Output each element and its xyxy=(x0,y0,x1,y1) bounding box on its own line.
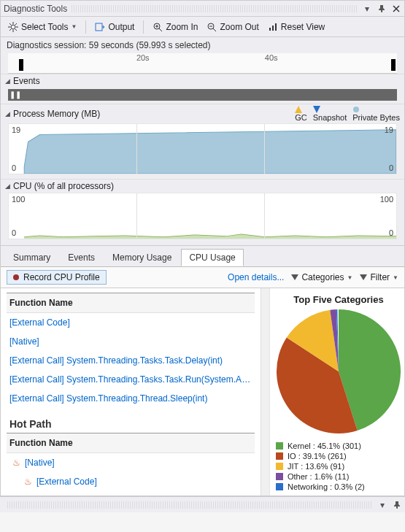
axis-label: 0 xyxy=(12,228,16,237)
zoom-in-icon xyxy=(153,22,163,32)
filter-dropdown[interactable]: Filter ▼ xyxy=(360,272,398,282)
legend-label: Kernel : 45.1% (301) xyxy=(288,442,361,450)
reset-view-icon xyxy=(268,22,278,32)
pie-chart xyxy=(277,309,401,433)
ruler-tick: 40s xyxy=(265,53,278,62)
filter-label: Filter xyxy=(370,272,390,282)
function-row[interactable]: [Native] xyxy=(7,332,255,351)
chevron-down-icon: ▼ xyxy=(71,23,77,30)
legend-row[interactable]: JIT : 13.6% (91) xyxy=(276,461,401,471)
record-label: Record CPU Profile xyxy=(23,272,100,282)
cpu-section-header[interactable]: ◢ CPU (% of all processors) xyxy=(1,179,404,193)
legend-row[interactable]: Kernel : 45.1% (301) xyxy=(276,441,401,451)
zoom-out-button[interactable]: Zoom Out xyxy=(204,20,261,34)
collapse-icon: ◢ xyxy=(5,110,10,117)
bottom-grip xyxy=(7,501,373,509)
memory-label: Process Memory (MB) xyxy=(13,109,100,119)
record-cpu-profile-button[interactable]: Record CPU Profile xyxy=(7,270,107,285)
record-icon xyxy=(13,274,19,280)
cpu-chart[interactable]: 100 0 100 0 xyxy=(8,193,397,239)
axis-label: 19 xyxy=(12,126,20,134)
output-label: Output xyxy=(108,22,134,32)
ruler-tick: 20s xyxy=(136,53,150,62)
hot-path-row[interactable]: ♨[External Code] xyxy=(7,472,255,491)
cpu-subtoolbar: Record CPU Profile Open details... Categ… xyxy=(1,266,404,288)
memory-chart[interactable]: 19 0 19 0 xyxy=(8,123,397,174)
open-details-link[interactable]: Open details... xyxy=(228,272,284,282)
function-row[interactable]: [External Code] xyxy=(7,313,255,332)
session-info: Diagnostics session: 59 seconds (59.993 … xyxy=(1,37,404,53)
ruler-handle-start[interactable] xyxy=(19,59,23,71)
pin-icon[interactable] xyxy=(377,4,387,14)
svg-line-15 xyxy=(213,28,216,31)
pie-title: Top Five Categories xyxy=(276,291,401,309)
function-row[interactable]: [External Call] System.Threading.Tasks.T… xyxy=(7,370,255,389)
legend-row[interactable]: Other : 1.6% (11) xyxy=(276,471,401,482)
tab-memory-usage[interactable]: Memory Usage xyxy=(104,249,180,266)
flame-icon: ♨ xyxy=(12,458,20,468)
svg-rect-17 xyxy=(269,28,271,31)
output-button[interactable]: Output xyxy=(92,20,137,34)
collapse-icon: ◢ xyxy=(5,77,10,85)
events-section-header[interactable]: ◢ Events xyxy=(1,74,404,88)
axis-label: 100 xyxy=(12,195,25,204)
toolbar-separator xyxy=(85,20,86,34)
pie-legend: Kernel : 45.1% (301)IO : 39.1% (261)JIT … xyxy=(276,441,401,492)
legend-swatch xyxy=(276,452,283,460)
window-menu-caret[interactable]: ▾ xyxy=(377,500,387,510)
window-title: Diagnostic Tools xyxy=(4,4,67,14)
legend-label: IO : 39.1% (261) xyxy=(288,452,347,460)
ruler-handle-end[interactable] xyxy=(391,59,396,71)
legend-label: Other : 1.6% (11) xyxy=(288,472,349,481)
vertical-scrollbar[interactable] xyxy=(261,288,269,496)
axis-label: 0 xyxy=(389,228,393,237)
legend-row[interactable]: Networking : 0.3% (2) xyxy=(276,482,401,492)
collapse-icon: ◢ xyxy=(5,182,10,190)
function-name-header[interactable]: Function Name xyxy=(7,293,255,313)
detail-tabs: Summary Events Memory Usage CPU Usage xyxy=(1,245,404,266)
time-ruler[interactable]: 20s 40s xyxy=(8,53,397,74)
zoom-in-label: Zoom In xyxy=(166,22,198,32)
hot-path-header[interactable]: Function Name xyxy=(7,433,255,453)
filter-icon xyxy=(360,274,367,280)
tab-events[interactable]: Events xyxy=(60,249,103,266)
zoom-in-button[interactable]: Zoom In xyxy=(150,20,201,34)
main-toolbar: Select Tools ▼ Output Zoom In Zoom Out R… xyxy=(1,17,404,37)
gear-icon xyxy=(8,22,18,32)
cpu-details-left: Function Name [External Code][Native][Ex… xyxy=(1,288,261,496)
tab-summary[interactable]: Summary xyxy=(5,249,58,266)
function-row[interactable]: [External Call] System.Threading.Tasks.T… xyxy=(7,351,255,370)
categories-panel: Top Five Categories Kernel : 45.1% (301)… xyxy=(269,288,404,496)
tab-cpu-usage[interactable]: CPU Usage xyxy=(181,249,243,266)
hot-path-title: Hot Path xyxy=(7,408,255,433)
legend-label: JIT : 13.6% (91) xyxy=(288,462,344,471)
memory-section-header[interactable]: ◢ Process Memory (MB) GC Snapshot Privat… xyxy=(1,104,404,123)
zoom-out-icon xyxy=(207,22,217,32)
hot-path-row[interactable]: ♨[Native] xyxy=(7,453,255,472)
zoom-out-label: Zoom Out xyxy=(220,22,258,32)
svg-rect-19 xyxy=(275,23,277,31)
svg-line-7 xyxy=(15,23,17,25)
legend-swatch xyxy=(276,442,283,450)
axis-label: 0 xyxy=(389,163,393,172)
window-menu-caret[interactable]: ▾ xyxy=(362,4,372,14)
legend-row[interactable]: IO : 39.1% (261) xyxy=(276,451,401,461)
reset-view-button[interactable]: Reset View xyxy=(265,20,328,34)
title-bar: Diagnostic Tools ▾ xyxy=(1,1,404,17)
pin-icon[interactable] xyxy=(392,500,402,510)
select-tools-button[interactable]: Select Tools ▼ xyxy=(5,20,80,34)
output-icon xyxy=(95,22,105,32)
events-label: Events xyxy=(13,76,40,86)
cpu-line xyxy=(9,193,396,239)
flame-icon: ♨ xyxy=(24,477,32,487)
chevron-down-icon: ▼ xyxy=(393,274,398,281)
toolbar-separator xyxy=(143,20,144,34)
categories-label: Categories xyxy=(301,272,344,282)
events-bar[interactable]: ❚❚ xyxy=(8,89,397,101)
select-tools-label: Select Tools xyxy=(21,22,68,32)
categories-dropdown[interactable]: Categories ▼ xyxy=(291,272,352,282)
svg-rect-18 xyxy=(272,26,274,31)
function-row[interactable]: [External Call] System.Threading.Thread.… xyxy=(7,389,255,408)
svg-line-11 xyxy=(159,28,162,31)
close-icon[interactable] xyxy=(391,4,401,14)
